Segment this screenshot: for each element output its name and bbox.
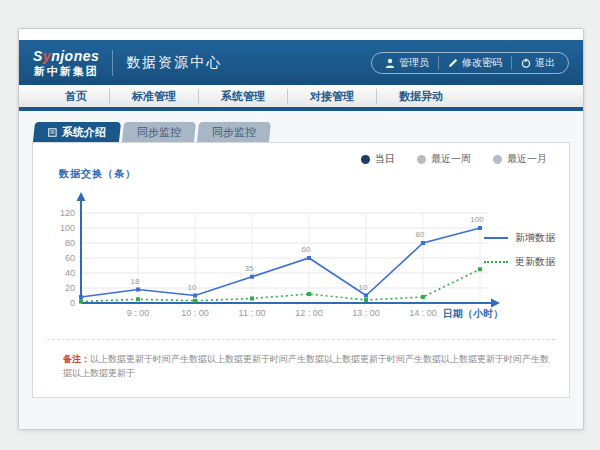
svg-text:10 : 00: 10 : 00 <box>181 308 209 318</box>
svg-text:11 : 00: 11 : 00 <box>239 308 266 318</box>
nav-item-home[interactable]: 首页 <box>43 89 109 104</box>
page-title: 数据资源中心 <box>126 54 222 72</box>
tab-sync-monitor-1[interactable]: 同步监控 <box>122 122 196 142</box>
svg-text:40: 40 <box>65 268 75 278</box>
legend-label: 更新数据 <box>515 255 555 269</box>
nav-item-docking-mgmt[interactable]: 对接管理 <box>287 89 376 104</box>
logo-subtitle: 新中新集团 <box>33 66 99 77</box>
user-toolbar: 管理员 修改密码 退出 <box>371 52 569 74</box>
dotted-line-swatch-icon <box>484 261 508 263</box>
svg-text:10: 10 <box>359 283 368 292</box>
svg-text:100: 100 <box>470 215 484 224</box>
radio-dot-icon <box>417 155 426 164</box>
user-icon <box>385 58 395 68</box>
radio-last-week[interactable]: 最近一周 <box>417 152 471 166</box>
svg-text:10: 10 <box>188 283 197 292</box>
legend-updated-data: 更新数据 <box>484 255 555 269</box>
power-icon <box>521 58 531 68</box>
legend-label: 新增数据 <box>515 231 555 245</box>
nav-item-system-mgmt[interactable]: 系统管理 <box>198 89 287 104</box>
footnote-text: 以上数据更新于时间产生数据以上数据更新于时间产生数据以上数据更新于时间产生数据以… <box>63 354 549 378</box>
tab-label: 系统介绍 <box>62 125 106 140</box>
user-label: 管理员 <box>399 56 429 70</box>
chart-legend: 新增数据 更新数据 <box>484 231 555 269</box>
legend-new-data: 新增数据 <box>484 231 555 245</box>
svg-text:0: 0 <box>70 298 75 308</box>
change-password-button[interactable]: 修改密码 <box>438 56 511 70</box>
tab-bar: 系统介绍 同步监控 同步监控 <box>34 121 570 142</box>
header-divider <box>112 50 113 76</box>
page-top-strip <box>19 29 583 40</box>
logo-bolt-icon: y <box>43 48 51 64</box>
nav-item-data-change[interactable]: 数据异动 <box>376 89 465 104</box>
current-user-button[interactable]: 管理员 <box>376 56 438 70</box>
svg-text:20: 20 <box>65 283 75 293</box>
radio-label: 当日 <box>375 152 395 166</box>
time-range-filter: 当日 最近一周 最近一月 <box>361 152 547 166</box>
edit-icon <box>448 58 458 68</box>
logout-label: 退出 <box>535 56 555 70</box>
svg-text:60: 60 <box>302 245 311 254</box>
document-icon <box>48 128 57 137</box>
radio-dot-icon <box>361 155 370 164</box>
line-chart: 0204060801001209 : 0010 : 0011 : 0012 : … <box>43 185 513 325</box>
footnote-label: 备注： <box>63 354 90 364</box>
logout-button[interactable]: 退出 <box>511 56 564 70</box>
svg-text:35: 35 <box>245 264 254 273</box>
svg-text:100: 100 <box>60 223 75 233</box>
tab-label: 同步监控 <box>212 125 256 140</box>
radio-today[interactable]: 当日 <box>361 152 395 166</box>
tab-sync-monitor-2[interactable]: 同步监控 <box>197 122 271 142</box>
svg-text:12 : 00: 12 : 00 <box>295 308 323 318</box>
radio-label: 最近一月 <box>507 152 547 166</box>
solid-line-swatch-icon <box>484 237 508 239</box>
svg-text:60: 60 <box>65 253 75 263</box>
svg-text:120: 120 <box>60 208 75 218</box>
svg-text:9 : 00: 9 : 00 <box>127 308 150 318</box>
chart-panel: 当日 最近一周 最近一月 数据交换（条） 0204060801001209 : … <box>32 142 570 398</box>
svg-text:18: 18 <box>131 277 140 286</box>
svg-text:日期（小时）: 日期（小时） <box>443 308 503 319</box>
company-logo: Synjones 新中新集团 <box>33 49 99 77</box>
footnote: 备注：以上数据更新于时间产生数据以上数据更新于时间产生数据以上数据更新于时间产生… <box>63 353 549 380</box>
content-area: 系统介绍 同步监控 同步监控 当日 最近一周 <box>19 111 583 429</box>
svg-text:14 : 00: 14 : 00 <box>409 308 437 318</box>
svg-text:80: 80 <box>416 230 425 239</box>
tab-label: 同步监控 <box>137 125 181 140</box>
change-password-label: 修改密码 <box>462 56 502 70</box>
browser-page: Synjones 新中新集团 数据资源中心 管理员 修改密码 退出 首页 标准管… <box>18 28 584 430</box>
svg-text:13 : 00: 13 : 00 <box>352 308 380 318</box>
nav-item-standard-mgmt[interactable]: 标准管理 <box>109 89 198 104</box>
logo-wordmark: Synjones <box>33 49 99 63</box>
radio-last-month[interactable]: 最近一月 <box>493 152 547 166</box>
svg-text:80: 80 <box>65 238 75 248</box>
app-header: Synjones 新中新集团 数据资源中心 管理员 修改密码 退出 <box>19 40 583 85</box>
chart-y-axis-title: 数据交换（条） <box>59 167 136 181</box>
radio-dot-icon <box>493 155 502 164</box>
note-separator <box>47 339 555 340</box>
tab-system-intro[interactable]: 系统介绍 <box>33 122 121 142</box>
radio-label: 最近一周 <box>431 152 471 166</box>
main-nav: 首页 标准管理 系统管理 对接管理 数据异动 <box>19 85 583 111</box>
